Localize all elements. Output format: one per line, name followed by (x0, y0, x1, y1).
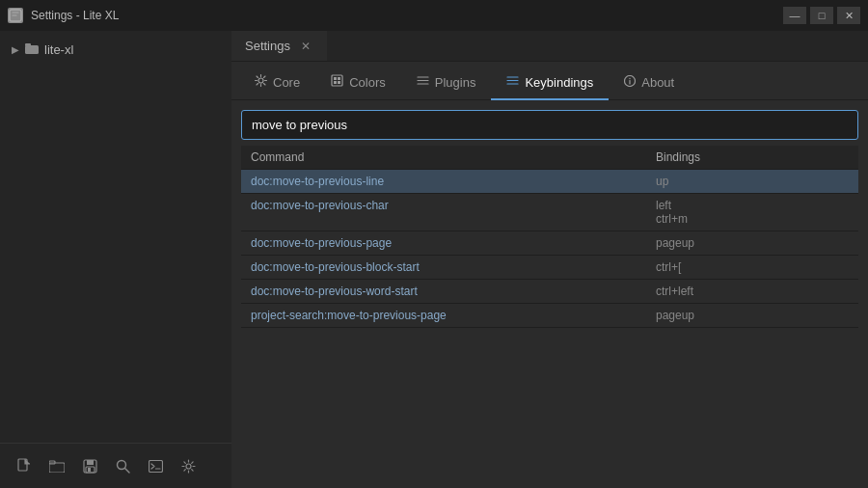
command-cell: doc:move-to-previous-line (251, 175, 656, 188)
tree-item-label: lite-xl (44, 42, 73, 57)
table-row[interactable]: doc:move-to-previous-pagepageup (241, 231, 858, 256)
settings-tabbar: Settings ✕ (231, 31, 868, 62)
svg-point-15 (258, 78, 263, 83)
binding-key: ctrl+m (656, 212, 849, 226)
tab-keybindings-label: Keybindings (525, 75, 593, 90)
svg-rect-17 (334, 77, 337, 80)
main-layout: ▶ lite-xl (0, 31, 868, 488)
svg-rect-18 (338, 77, 340, 80)
titlebar-left: Settings - Lite XL (8, 8, 119, 23)
content-area: Settings ✕ Core Colors (231, 31, 868, 488)
sidebar: ▶ lite-xl (0, 31, 231, 488)
search-bar (241, 110, 858, 140)
sidebar-tree: ▶ lite-xl (0, 31, 231, 68)
binding-key: left (656, 199, 849, 212)
open-folder-button[interactable] (42, 451, 71, 480)
tab-colors[interactable]: Colors (315, 66, 401, 100)
table-row[interactable]: doc:move-to-previous-word-startctrl+left (241, 280, 858, 304)
command-cell: project-search:move-to-previous-page (251, 309, 656, 322)
minimize-button[interactable]: — (783, 7, 806, 24)
tree-item-lite-xl[interactable]: ▶ lite-xl (0, 39, 231, 61)
table-row[interactable]: doc:move-to-previous-lineup (241, 170, 858, 194)
folder-icon (25, 42, 39, 57)
tab-colors-label: Colors (349, 75, 386, 90)
tree-arrow-icon: ▶ (12, 44, 19, 55)
svg-rect-20 (338, 81, 340, 84)
sidebar-bottom (0, 443, 231, 488)
binding-key: up (656, 175, 849, 188)
about-icon (624, 75, 636, 90)
keybindings-icon (506, 75, 519, 89)
svg-rect-2 (25, 43, 31, 46)
titlebar-title: Settings - Lite XL (31, 9, 119, 22)
svg-line-11 (124, 468, 129, 473)
tab-core[interactable]: Core (239, 66, 315, 100)
tab-plugins[interactable]: Plugins (401, 66, 492, 100)
command-cell: doc:move-to-previous-char (251, 199, 656, 212)
svg-rect-1 (25, 45, 39, 54)
find-button[interactable] (108, 451, 137, 480)
new-file-button[interactable] (10, 451, 39, 480)
table-row[interactable]: project-search:move-to-previous-pagepage… (241, 304, 858, 328)
binding-key: pageup (656, 309, 849, 322)
settings-gear-button[interactable] (174, 451, 203, 480)
column-header-command: Command (251, 150, 656, 164)
bindings-cell: ctrl+[ (656, 260, 849, 274)
binding-key: pageup (656, 236, 849, 250)
svg-point-28 (630, 77, 631, 78)
close-button[interactable]: ✕ (837, 7, 860, 24)
search-input[interactable] (242, 111, 857, 139)
command-cell: doc:move-to-previous-block-start (251, 260, 656, 274)
binding-key: ctrl+left (656, 285, 849, 298)
keybindings-table: Command Bindings doc:move-to-previous-li… (241, 146, 858, 488)
save-button[interactable] (75, 451, 104, 480)
settings-tab-label: Settings (245, 39, 290, 53)
column-header-bindings: Bindings (656, 150, 849, 164)
table-row[interactable]: doc:move-to-previous-charleftctrl+m (241, 194, 858, 231)
app-icon (8, 8, 23, 23)
command-cell: doc:move-to-previous-page (251, 236, 656, 250)
titlebar-controls: — □ ✕ (783, 7, 860, 24)
bindings-cell: ctrl+left (656, 285, 849, 298)
titlebar: Settings - Lite XL — □ ✕ (0, 0, 868, 31)
tab-plugins-label: Plugins (435, 75, 476, 90)
tab-keybindings[interactable]: Keybindings (491, 66, 609, 100)
plugins-icon (417, 75, 429, 89)
svg-rect-7 (87, 460, 94, 465)
table-body: doc:move-to-previous-lineupdoc:move-to-p… (241, 170, 858, 328)
settings-tab[interactable]: Settings ✕ (231, 31, 327, 61)
table-row[interactable]: doc:move-to-previous-block-startctrl+[ (241, 256, 858, 280)
maximize-button[interactable]: □ (810, 7, 833, 24)
colors-icon (331, 74, 343, 90)
command-cell: doc:move-to-previous-word-start (251, 285, 656, 298)
bindings-cell: pageup (656, 309, 849, 322)
svg-rect-9 (88, 468, 91, 472)
svg-point-14 (186, 464, 191, 469)
tab-about-label: About (641, 75, 674, 90)
terminal-button[interactable] (141, 451, 170, 480)
bindings-cell: leftctrl+m (656, 199, 849, 226)
tab-about[interactable]: About (609, 66, 690, 100)
svg-rect-19 (334, 81, 337, 84)
tab-core-label: Core (273, 75, 300, 90)
binding-key: ctrl+[ (656, 260, 849, 274)
bindings-cell: pageup (656, 236, 849, 250)
core-icon (255, 74, 267, 90)
nav-tabs: Core Colors Plugins Keybindings (231, 62, 868, 100)
bindings-cell: up (656, 175, 849, 188)
settings-tab-close-button[interactable]: ✕ (298, 39, 313, 54)
table-header: Command Bindings (241, 146, 858, 170)
svg-rect-16 (332, 75, 342, 86)
svg-rect-12 (149, 460, 162, 472)
